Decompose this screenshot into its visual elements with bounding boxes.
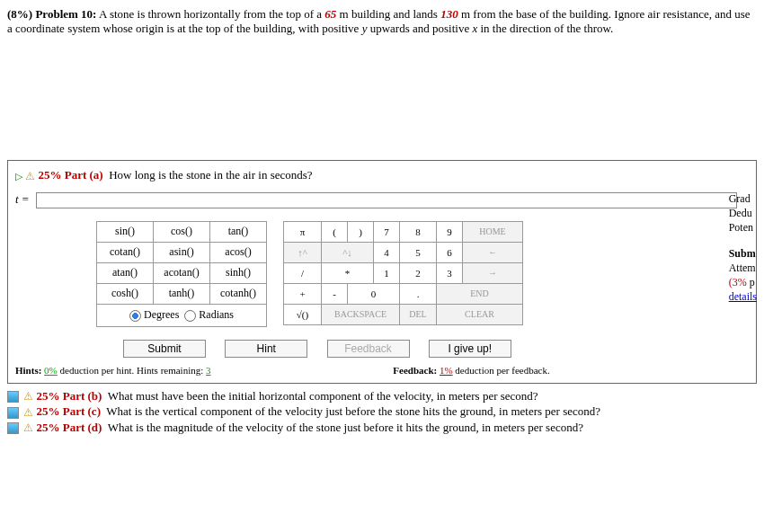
btn-dn[interactable]: ^↓: [322, 242, 374, 262]
btn-end[interactable]: END: [437, 283, 523, 304]
btn-sqrt[interactable]: √(): [284, 304, 322, 324]
btn-left[interactable]: ←: [463, 242, 523, 262]
btn-minus[interactable]: -: [322, 283, 348, 304]
btn-0[interactable]: 0: [348, 283, 400, 304]
btn-plus[interactable]: +: [284, 283, 322, 304]
answer-input[interactable]: [36, 192, 737, 208]
warning-icon: ⚠: [25, 170, 35, 183]
btn-clear[interactable]: CLEAR: [437, 304, 523, 324]
btn-rparen[interactable]: ): [348, 221, 374, 242]
btn-right[interactable]: →: [463, 262, 523, 283]
btn-8[interactable]: 8: [400, 221, 437, 242]
part-a-question: How long is the stone in the air in seco…: [109, 168, 312, 182]
btn-2[interactable]: 2: [400, 262, 437, 283]
btn-backspace[interactable]: BACKSPACE: [322, 304, 400, 324]
value-height: 65: [324, 7, 336, 21]
warning-icon: ⚠: [23, 421, 33, 435]
expand-icon[interactable]: ▷: [15, 171, 22, 182]
btn-lparen[interactable]: (: [322, 221, 348, 242]
btn-6[interactable]: 6: [437, 242, 463, 262]
warning-icon: ⚠: [23, 390, 33, 403]
btn-acotan[interactable]: acotan(): [154, 262, 210, 283]
problem-label: Problem 10:: [35, 7, 96, 21]
btn-home[interactable]: HOME: [463, 221, 523, 242]
problem-percent: (8%): [7, 7, 32, 21]
number-pad: π ( ) 7 8 9 HOME ↑^ ^↓ 4 5 6 ←: [283, 221, 523, 325]
btn-acos[interactable]: acos(): [210, 242, 267, 262]
radio-degrees[interactable]: [129, 310, 141, 322]
btn-tanh[interactable]: tanh(): [154, 283, 210, 304]
details-link[interactable]: details: [729, 290, 757, 303]
btn-star[interactable]: *: [322, 262, 374, 283]
problem-statement: (8%) Problem 10: A stone is thrown horiz…: [7, 7, 757, 36]
function-pad: sin()cos()tan() cotan()asin()acos() atan…: [96, 221, 267, 327]
btn-9[interactable]: 9: [437, 221, 463, 242]
btn-slash[interactable]: /: [284, 262, 322, 283]
btn-cos[interactable]: cos(): [154, 221, 210, 242]
hints-line: Hints: 0% deduction per hint. Hints rema…: [15, 365, 749, 376]
value-distance: 130: [440, 7, 458, 21]
btn-asin[interactable]: asin(): [154, 242, 210, 262]
btn-atan[interactable]: atan(): [97, 262, 154, 283]
btn-1[interactable]: 1: [374, 262, 400, 283]
expand-icon[interactable]: [7, 422, 19, 434]
btn-tan[interactable]: tan(): [210, 221, 267, 242]
btn-3[interactable]: 3: [437, 262, 463, 283]
feedback-button[interactable]: Feedback: [327, 340, 410, 358]
expand-icon[interactable]: [7, 391, 19, 403]
btn-pi[interactable]: π: [284, 221, 322, 242]
btn-sinh[interactable]: sinh(): [210, 262, 267, 283]
part-a-panel: ▷ ⚠ 25% Part (a) How long is the stone i…: [7, 160, 757, 384]
btn-dot[interactable]: .: [400, 283, 437, 304]
answer-lhs: t =: [15, 192, 30, 206]
submit-button[interactable]: Submit: [123, 340, 206, 358]
expand-icon[interactable]: [7, 407, 19, 419]
btn-cosh[interactable]: cosh(): [97, 283, 154, 304]
part-c-row[interactable]: ⚠ 25% Part (c) What is the vertical comp…: [7, 404, 757, 420]
btn-sin[interactable]: sin(): [97, 221, 154, 242]
giveup-button[interactable]: I give up!: [429, 340, 511, 358]
warning-icon: ⚠: [23, 406, 33, 420]
radio-radians[interactable]: [184, 310, 196, 322]
btn-4[interactable]: 4: [374, 242, 400, 262]
hint-button[interactable]: Hint: [225, 340, 307, 358]
btn-del[interactable]: DEL: [400, 304, 437, 324]
grade-sidebar: Grad Dedu Poten Subm Attem (3% p details: [729, 191, 757, 304]
btn-cotanh[interactable]: cotanh(): [210, 283, 267, 304]
btn-up[interactable]: ↑^: [284, 242, 322, 262]
btn-cotan[interactable]: cotan(): [97, 242, 154, 262]
part-d-row[interactable]: ⚠ 25% Part (d) What is the magnitude of …: [7, 421, 757, 436]
part-b-row[interactable]: ⚠ 25% Part (b) What must have been the i…: [7, 389, 757, 404]
btn-7[interactable]: 7: [374, 221, 400, 242]
btn-5[interactable]: 5: [400, 242, 437, 262]
